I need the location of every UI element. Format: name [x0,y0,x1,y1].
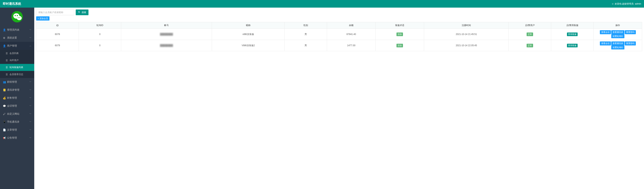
chevron-down-icon: ﹀ [30,96,32,99]
chevron-down-icon: ﹀ [30,28,32,31]
sidebar-item-mobile-contacts[interactable]: 📱手机通讯录 ﹀ [0,118,34,126]
cell-service-status: 禁用客服 [551,29,594,40]
welcome-text: ☺ 欢迎你,超级管理员:admin [612,2,641,6]
book-icon: 📒 [3,88,6,92]
chevron-down-icon: ﹀ [30,104,32,107]
list-icon: ☰ [5,59,8,62]
chevron-up-icon: ︿ [30,44,32,47]
chat-icon: 💬 [3,104,6,108]
submenu-poll-service[interactable]: ☰轮询客服列表 [0,64,34,71]
table-header-row: ID 轮询ID 帐号 昵称 性别 余额 客服术语 注册时间 启/禁用户 启/禁用… [36,22,642,29]
sidebar-item-group-mgmt[interactable]: 👥群组管理 ﹀ [0,78,34,86]
edit-icon: 🖊 [3,112,6,116]
chevron-down-icon: ﹀ [30,36,32,39]
cell-ops: 查看会话查看通讯录重置密码设置轮询ID [594,40,642,51]
search-icon: 🔍 [78,11,81,14]
th-nickname: 昵称 [212,22,284,29]
add-member-button[interactable]: + 添加会员 [36,16,50,20]
cell-account: ████████ [121,29,212,40]
op-button[interactable]: 查看通讯录 [611,42,624,46]
doc-icon: 📄 [3,128,6,132]
app-title: 即时通讯系统 [3,2,21,6]
cell-wheel-id: 0 [78,29,121,40]
cell-account: ████████ [121,40,212,51]
user-status-badge[interactable]: 正常 [526,44,533,47]
cell-balance: 67841.40 [327,29,376,40]
user-icon: 👤 [3,44,6,47]
cell-ops: 查看会话查看通讯录重置密码设置轮询ID [594,29,642,40]
service-status-badge[interactable]: 禁用客服 [567,32,578,36]
th-id: ID [36,22,79,29]
th-ops: 操作 [594,22,642,29]
op-button[interactable]: 查看会话 [600,30,611,34]
cell-reg-time: 2021-10-14 21:45:51 [424,29,509,40]
th-terms: 客服术语 [376,22,424,29]
cell-wheel-id: 0 [78,40,121,51]
announce-icon: 📢 [3,136,6,139]
cell-id: 6079 [36,40,79,51]
sidebar-item-system-settings[interactable]: ⚙系统设置 ﹀ [0,34,34,42]
sidebar-item-article-mgmt[interactable]: 📄文章管理 ﹀ [0,126,34,134]
chevron-down-icon: ﹀ [30,80,32,83]
cell-gender: 男 [284,40,327,51]
cell-user-status: 正常 [509,29,551,40]
group-icon: 👥 [3,80,6,84]
chevron-down-icon: ﹀ [30,112,32,115]
table-row: 60780████████v8科技客服男67841.40添加2021-10-14… [36,29,642,40]
table-row: 60790████████V8科技客服2男1477.00添加2021-10-14… [36,40,642,51]
sidebar-item-custom-site[interactable]: 🖊自定义网站 ﹀ [0,110,34,118]
op-button[interactable]: 查看会话 [600,42,611,46]
th-reg-time: 注册时间 [424,22,509,29]
submenu-login-log[interactable]: ☰会员登录日志 [0,71,34,78]
op-button[interactable]: 查看通讯录 [611,30,624,34]
sidebar-item-contacts-mgmt[interactable]: 📒通讯录管理 ﹀ [0,86,34,94]
search-button[interactable]: 🔍 搜索 [76,10,88,15]
cell-nickname: v8科技客服 [212,29,284,40]
th-wheel-id: 轮询ID [78,22,121,29]
gear-icon: ⚙ [3,36,6,39]
chevron-down-icon: ﹀ [30,88,32,91]
money-icon: 💰 [3,96,6,100]
plus-icon: + [38,17,39,20]
submenu-user-mgmt: ☰会员列表 ☰马甲用户 ☰轮询客服列表 ☰会员登录日志 [0,50,34,78]
chevron-down-icon: ﹀ [30,136,32,139]
op-button[interactable]: 设置轮询ID [611,34,624,38]
user-status-badge[interactable]: 正常 [526,32,533,36]
submenu-vest-user[interactable]: ☰马甲用户 [0,57,34,64]
sidebar-item-notice-mgmt[interactable]: 📢公告管理 ﹀ [0,134,34,142]
terms-badge[interactable]: 添加 [396,44,403,47]
user-icon: 👤 [3,28,6,31]
op-button[interactable]: 设置轮询ID [611,46,624,50]
logo [0,8,34,26]
smile-icon: ☺ [612,2,614,5]
cell-user-status: 正常 [509,40,551,51]
sidebar-item-user-mgmt[interactable]: 👤用户管理 ︿ [0,42,34,50]
main-content: 🔍 搜索 + 添加会员 ID 轮询ID 帐号 昵称 性别 余额 客服术语 [34,8,644,189]
sidebar-item-session-mgmt[interactable]: 💬会话管理 ﹀ [0,102,34,110]
cell-reg-time: 2021-10-14 22:05:45 [424,40,509,51]
cell-terms: 添加 [376,40,424,51]
toolbar: 🔍 搜索 [36,10,642,15]
th-balance: 余额 [327,22,376,29]
cell-service-status: 禁用客服 [551,40,594,51]
search-input[interactable] [36,10,74,15]
cell-id: 6078 [36,29,79,40]
member-table: ID 轮询ID 帐号 昵称 性别 余额 客服术语 注册时间 启/禁用户 启/禁用… [36,22,642,51]
submenu-member-list[interactable]: ☰会员列表 [0,50,34,57]
cell-balance: 1477.00 [327,40,376,51]
op-button[interactable]: 重置密码 [625,42,636,46]
chevron-down-icon: ﹀ [30,128,32,131]
list-icon: ☰ [5,73,8,76]
sidebar-item-admin-list[interactable]: 👤管理员列表 ﹀ [0,26,34,34]
cell-nickname: V8科技客服2 [212,40,284,51]
chevron-down-icon: ﹀ [30,120,32,123]
list-icon: ☰ [5,52,8,55]
cell-terms: 添加 [376,29,424,40]
op-button[interactable]: 重置密码 [625,30,636,34]
th-user-status: 启/禁用户 [509,22,551,29]
terms-badge[interactable]: 添加 [396,32,403,36]
th-account: 帐号 [121,22,212,29]
service-status-badge[interactable]: 禁用客服 [567,44,578,47]
sidebar-item-finance-mgmt[interactable]: 💰财务管理 ﹀ [0,94,34,102]
th-gender: 性别 [284,22,327,29]
